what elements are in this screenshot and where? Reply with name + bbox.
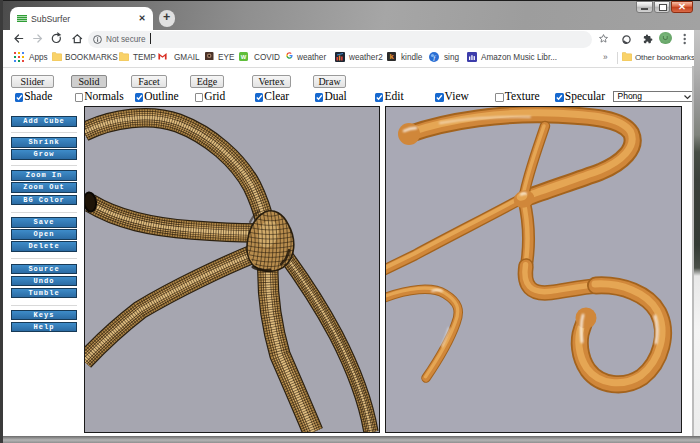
svg-text:W: W [241, 54, 247, 60]
